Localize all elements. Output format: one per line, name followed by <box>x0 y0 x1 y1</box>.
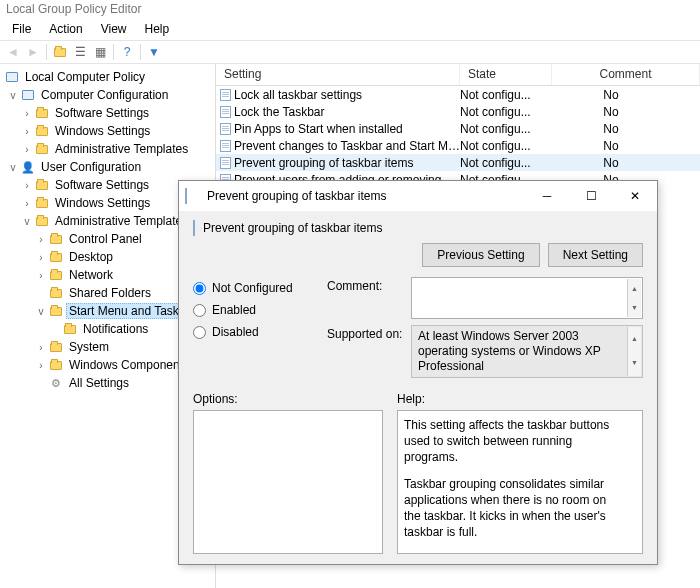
comment-textbox[interactable]: ▲▼ <box>411 277 643 319</box>
spin-up-icon[interactable]: ▲ <box>627 327 641 352</box>
filter-icon[interactable]: ▼ <box>145 43 163 61</box>
col-comment[interactable]: Comment <box>552 64 700 85</box>
list-row[interactable]: Pin Apps to Start when installedNot conf… <box>216 120 700 137</box>
expand-icon[interactable]: › <box>20 180 34 191</box>
expand-icon[interactable]: › <box>20 144 34 155</box>
maximize-button[interactable]: ☐ <box>569 182 613 210</box>
row-comment: No <box>552 156 700 170</box>
spin-down-icon[interactable]: ▼ <box>627 298 641 317</box>
row-state: Not configu... <box>460 139 552 153</box>
menu-help[interactable]: Help <box>137 20 178 40</box>
list-icon[interactable]: ☰ <box>71 43 89 61</box>
radio-disabled-input[interactable] <box>193 326 206 339</box>
expand-icon[interactable]: › <box>20 198 34 209</box>
policy-icon <box>193 221 195 235</box>
row-comment: No <box>552 88 700 102</box>
collapse-icon[interactable]: v <box>6 162 20 173</box>
row-state: Not configu... <box>460 105 552 119</box>
toolbar: ◄ ► ☰ ▦ ? ▼ <box>0 40 700 64</box>
tree-cc-admin[interactable]: ›Administrative Templates <box>2 140 213 158</box>
comment-label: Comment: <box>327 277 411 319</box>
row-setting: Lock the Taskbar <box>234 105 460 119</box>
policy-icon <box>216 157 234 169</box>
back-icon: ◄ <box>4 43 22 61</box>
row-state: Not configu... <box>460 122 552 136</box>
policy-icon <box>216 89 234 101</box>
row-comment: No <box>552 105 700 119</box>
toolbar-separator <box>140 44 141 60</box>
tree-cc-software[interactable]: ›Software Settings <box>2 104 213 122</box>
toolbar-separator <box>46 44 47 60</box>
menu-action[interactable]: Action <box>41 20 90 40</box>
radio-disabled[interactable]: Disabled <box>193 321 313 343</box>
spin-down-icon[interactable]: ▼ <box>627 352 641 377</box>
tree-root[interactable]: Local Computer Policy <box>2 68 213 86</box>
toolbar-separator <box>113 44 114 60</box>
radio-not-configured[interactable]: Not Configured <box>193 277 313 299</box>
list-row[interactable]: Lock the TaskbarNot configu...No <box>216 103 700 120</box>
spin-up-icon[interactable]: ▲ <box>627 279 641 298</box>
list-row[interactable]: Lock all taskbar settingsNot configu...N… <box>216 86 700 103</box>
next-setting-button[interactable]: Next Setting <box>548 243 643 267</box>
expand-icon[interactable]: › <box>34 234 48 245</box>
dialog-icon <box>185 189 201 203</box>
forward-icon: ► <box>24 43 42 61</box>
list-row[interactable]: Prevent changes to Taskbar and Start Men… <box>216 137 700 154</box>
gear-icon: ⚙ <box>48 376 64 390</box>
policy-icon <box>216 123 234 135</box>
col-setting[interactable]: Setting <box>216 64 460 85</box>
minimize-button[interactable]: ─ <box>525 182 569 210</box>
list-header: Setting State Comment <box>216 64 700 86</box>
row-setting: Pin Apps to Start when installed <box>234 122 460 136</box>
row-setting: Lock all taskbar settings <box>234 88 460 102</box>
expand-icon[interactable]: › <box>34 342 48 353</box>
supported-label: Supported on: <box>327 325 411 378</box>
policy-dialog: Prevent grouping of taskbar items ─ ☐ ✕ … <box>178 180 658 565</box>
radio-enabled-input[interactable] <box>193 304 206 317</box>
row-state: Not configu... <box>460 156 552 170</box>
collapse-icon[interactable]: v <box>20 216 34 227</box>
properties-icon[interactable]: ▦ <box>91 43 109 61</box>
user-icon: 👤 <box>20 160 36 174</box>
help-label: Help: <box>397 392 643 406</box>
tree-user-config[interactable]: v👤User Configuration <box>2 158 213 176</box>
options-box[interactable] <box>193 410 383 554</box>
policy-icon <box>216 106 234 118</box>
radio-not-configured-input[interactable] <box>193 282 206 295</box>
collapse-icon[interactable]: v <box>34 306 48 317</box>
window-title: Local Group Policy Editor <box>0 0 700 20</box>
expand-icon[interactable]: › <box>34 270 48 281</box>
menu-file[interactable]: File <box>4 20 39 40</box>
policy-icon <box>216 140 234 152</box>
row-comment: No <box>552 139 700 153</box>
help-icon[interactable]: ? <box>118 43 136 61</box>
options-label: Options: <box>193 392 383 406</box>
expand-icon[interactable]: › <box>34 252 48 263</box>
tree-cc-windows[interactable]: ›Windows Settings <box>2 122 213 140</box>
row-setting: Prevent changes to Taskbar and Start Men… <box>234 139 460 153</box>
previous-setting-button[interactable]: Previous Setting <box>422 243 539 267</box>
policy-heading: Prevent grouping of taskbar items <box>203 221 382 235</box>
close-button[interactable]: ✕ <box>613 182 657 210</box>
supported-text: At least Windows Server 2003 operating s… <box>411 325 643 378</box>
tree-computer-config[interactable]: vComputer Configuration <box>2 86 213 104</box>
row-setting: Prevent grouping of taskbar items <box>234 156 460 170</box>
menu-bar: File Action View Help <box>0 20 700 40</box>
list-row[interactable]: Prevent grouping of taskbar itemsNot con… <box>216 154 700 171</box>
menu-view[interactable]: View <box>93 20 135 40</box>
expand-icon[interactable]: › <box>20 108 34 119</box>
col-state[interactable]: State <box>460 64 552 85</box>
state-radios: Not Configured Enabled Disabled <box>193 277 313 384</box>
collapse-icon[interactable]: v <box>6 90 20 101</box>
help-text[interactable]: This setting affects the taskbar buttons… <box>397 410 643 554</box>
expand-icon[interactable]: › <box>34 360 48 371</box>
dialog-titlebar[interactable]: Prevent grouping of taskbar items ─ ☐ ✕ <box>179 181 657 211</box>
up-icon[interactable] <box>51 43 69 61</box>
dialog-title: Prevent grouping of taskbar items <box>207 189 525 203</box>
row-comment: No <box>552 122 700 136</box>
radio-enabled[interactable]: Enabled <box>193 299 313 321</box>
expand-icon[interactable]: › <box>20 126 34 137</box>
row-state: Not configu... <box>460 88 552 102</box>
